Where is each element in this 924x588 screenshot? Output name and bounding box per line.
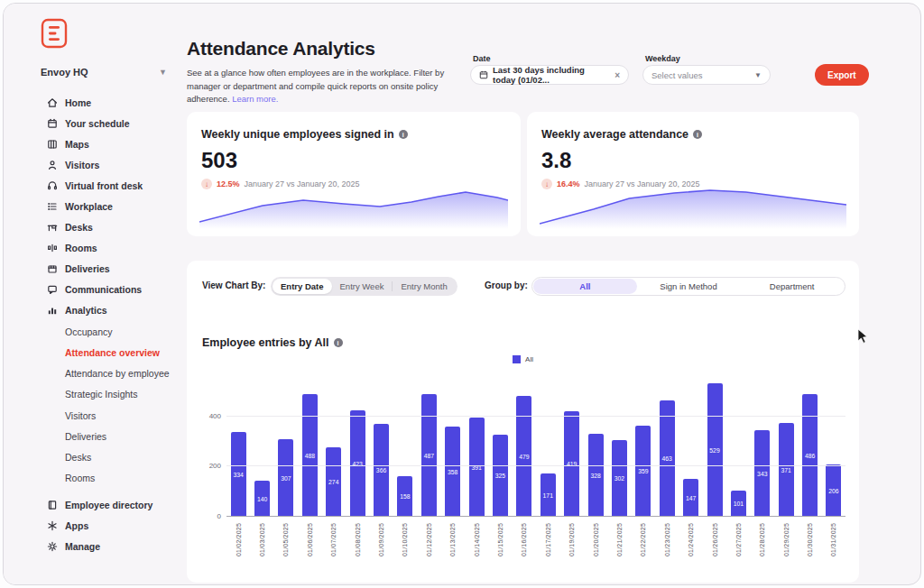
sidebar-item-desks[interactable]: Desks — [4, 447, 180, 468]
bar-01-17-2025[interactable]: 171 — [541, 473, 556, 516]
bar-value-label: 486 — [802, 452, 818, 458]
group-option-sign-in-method[interactable]: Sign in Method — [637, 279, 741, 294]
stat-card-title: Weekly average attendancei — [541, 128, 702, 141]
sidebar-item-manage[interactable]: Manage — [4, 536, 180, 556]
sidebar-item-label: Analytics — [65, 305, 107, 316]
view-option-entry-week[interactable]: Entry Week — [332, 279, 393, 294]
learn-more-link[interactable]: Learn more. — [232, 94, 278, 104]
envoy-logo-icon[interactable] — [41, 18, 68, 49]
view-option-entry-date[interactable]: Entry Date — [273, 279, 332, 294]
bar-column: 419 — [559, 381, 583, 516]
sidebar-item-attendance-by-employee[interactable]: Attendance by employee — [4, 363, 180, 384]
sidebar-item-attendance-overview[interactable]: Attendance overview — [4, 343, 180, 363]
bar-01-22-2025[interactable]: 359 — [635, 426, 651, 516]
view-option-entry-month[interactable]: Entry Month — [393, 279, 455, 294]
bar-01-06-2025[interactable]: 488 — [302, 394, 318, 516]
bar-01-10-2025[interactable]: 158 — [397, 476, 412, 516]
sidebar-item-occupancy[interactable]: Occupancy — [4, 322, 180, 343]
main-content: Attendance Analytics See at a glance how… — [180, 4, 920, 584]
bar-column: 423 — [346, 381, 369, 516]
sidebar-item-visitors[interactable]: Visitors — [4, 154, 180, 175]
bar-01-29-2025[interactable]: 371 — [779, 423, 794, 516]
info-icon[interactable]: i — [334, 338, 343, 347]
x-axis-tick-label: 01/03/2025 — [259, 523, 265, 556]
view-chart-by-segmented: Entry DateEntry WeekEntry Month — [271, 277, 457, 296]
bar-01-05-2025[interactable]: 307 — [278, 439, 293, 516]
bar-01-02-2025[interactable]: 334 — [231, 432, 246, 516]
clear-date-icon[interactable]: × — [614, 70, 620, 80]
org-switcher[interactable]: Envoy HQ ▼ — [41, 67, 167, 78]
x-axis-tick: 01/26/2025 — [703, 523, 726, 556]
sidebar-item-employee-directory[interactable]: Employee directory — [4, 494, 180, 515]
sidebar-item-home[interactable]: Home — [4, 92, 180, 113]
bar-value-label: 101 — [731, 501, 746, 507]
sidebar-item-rooms[interactable]: Rooms — [4, 237, 180, 258]
x-axis-tick-label: 01/27/2025 — [735, 523, 742, 556]
chart-title: Employee entries by Alli — [202, 336, 343, 349]
sidebar-item-strategic-insights[interactable]: Strategic Insights — [4, 384, 180, 405]
sidebar-item-analytics[interactable]: Analytics — [4, 299, 180, 320]
sidebar-item-deliveries[interactable]: Deliveries — [4, 427, 180, 447]
x-axis-tick-label: 01/21/2025 — [616, 523, 623, 556]
bar-01-20-2025[interactable]: 328 — [588, 434, 604, 516]
info-icon[interactable]: i — [693, 130, 702, 139]
sidebar-item-rooms[interactable]: Rooms — [4, 468, 180, 489]
weekday-filter[interactable]: Select values ▼ — [642, 65, 771, 85]
bar-01-23-2025[interactable]: 463 — [660, 400, 675, 516]
sidebar-item-virtual-front-desk[interactable]: Virtual front desk — [4, 175, 180, 196]
bar-01-07-2025[interactable]: 274 — [326, 447, 341, 516]
stat-card-unique-employees: Weekly unique employees signed ini 503 ↓… — [187, 112, 521, 236]
headset-icon — [46, 179, 58, 191]
sidebar-item-desks[interactable]: Desks — [4, 216, 180, 237]
sidebar-item-deliveries[interactable]: Deliveries — [4, 258, 180, 279]
sidebar-item-apps[interactable]: Apps — [4, 515, 180, 536]
bar-01-21-2025[interactable]: 302 — [612, 440, 627, 516]
page-description-text: See at a glance how often employees are … — [187, 68, 444, 104]
bar-01-30-2025[interactable]: 486 — [802, 394, 818, 516]
sidebar: Envoy HQ ▼ HomeYour scheduleMapsVisitors… — [4, 4, 180, 584]
sidebar-item-maps[interactable]: Maps — [4, 133, 180, 154]
x-axis-tick-label: 01/15/2025 — [497, 523, 504, 556]
bar-01-26-2025[interactable]: 529 — [707, 383, 723, 516]
bar-column: 302 — [607, 381, 631, 516]
group-option-department[interactable]: Department — [740, 279, 844, 294]
x-axis-tick: 01/10/2025 — [393, 523, 417, 556]
bar-column: 358 — [441, 381, 465, 516]
sidebar-item-workplace[interactable]: Workplace — [4, 196, 180, 216]
bar-01-12-2025[interactable]: 487 — [421, 394, 437, 516]
group-option-all[interactable]: All — [533, 279, 637, 294]
bar-01-09-2025[interactable]: 366 — [374, 424, 389, 516]
info-icon[interactable]: i — [399, 130, 408, 139]
bar-01-14-2025[interactable]: 391 — [469, 418, 485, 516]
x-axis-tick-label: 01/09/2025 — [378, 523, 384, 556]
bar-01-28-2025[interactable]: 343 — [754, 430, 770, 516]
sidebar-item-visitors[interactable]: Visitors — [4, 406, 180, 427]
bar-01-13-2025[interactable]: 358 — [445, 427, 460, 516]
bar-01-31-2025[interactable]: 206 — [826, 464, 841, 516]
map-icon — [46, 138, 58, 150]
export-button[interactable]: Export — [815, 64, 869, 86]
x-axis-tick: 01/06/2025 — [298, 523, 321, 556]
date-filter[interactable]: Last 30 days including today (01/02... × — [470, 65, 629, 85]
sidebar-item-label: Employee directory — [65, 500, 152, 510]
sidebar-item-your-schedule[interactable]: Your schedule — [4, 113, 180, 133]
gridline — [226, 465, 845, 466]
bar-01-08-2025[interactable]: 423 — [350, 410, 365, 516]
x-axis-tick: 01/05/2025 — [274, 523, 298, 556]
bar-01-15-2025[interactable]: 325 — [493, 435, 508, 516]
bar-01-03-2025[interactable]: 140 — [254, 481, 270, 516]
x-axis-tick-label: 01/08/2025 — [355, 523, 361, 556]
bar-01-16-2025[interactable]: 479 — [516, 396, 531, 516]
bar-column: 101 — [726, 381, 750, 516]
sidebar-item-communications[interactable]: Communications — [4, 279, 180, 299]
bar-01-19-2025[interactable]: 419 — [564, 411, 579, 516]
bar-value-label: 334 — [231, 471, 246, 477]
bar-column: 334 — [226, 381, 250, 516]
calendar-icon — [479, 70, 488, 79]
bar-01-24-2025[interactable]: 147 — [683, 479, 698, 516]
sidebar-item-label: Deliveries — [65, 263, 110, 274]
bar-column: 147 — [679, 381, 702, 516]
bar-01-27-2025[interactable]: 101 — [731, 491, 746, 516]
x-axis-tick: 01/28/2025 — [751, 523, 774, 556]
sidebar-item-label: Workplace — [65, 201, 113, 212]
